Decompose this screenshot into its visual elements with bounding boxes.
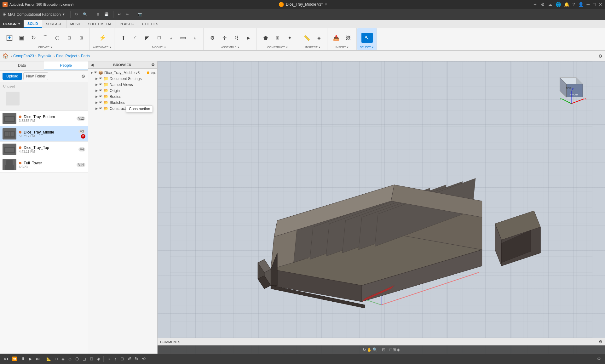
- file-item-full-tower[interactable]: Full_Tower 6/2/23 V14: [0, 157, 88, 173]
- tree-item-origin[interactable]: ▶ 👁 📂 Origin: [88, 88, 157, 94]
- minimize-button[interactable]: ─: [587, 2, 590, 7]
- playback-start-btn[interactable]: ⏮: [3, 356, 10, 362]
- sketch-btn-6[interactable]: ◻: [81, 356, 88, 362]
- eye-icon-named[interactable]: 👁: [99, 82, 103, 87]
- anim-btn-1[interactable]: ↔: [105, 356, 112, 362]
- insert-svg-btn[interactable]: 🖼: [343, 33, 354, 43]
- create-label[interactable]: CREATE ▼: [38, 46, 53, 49]
- midplane-btn[interactable]: ⊞: [272, 33, 283, 43]
- playback-play-btn[interactable]: ▶: [27, 356, 33, 362]
- revolve-btn[interactable]: ↻: [28, 33, 39, 43]
- panel-settings-gear[interactable]: ⚙: [81, 74, 85, 79]
- shell-btn[interactable]: □: [153, 33, 165, 43]
- tree-item-bodies[interactable]: ▶ 👁 📂 Bodies: [88, 94, 157, 100]
- add-tab-icon[interactable]: ＋: [533, 1, 538, 8]
- browser-settings-icon[interactable]: ⚙: [151, 63, 155, 67]
- tab-sheet-metal[interactable]: SHEET METAL: [84, 20, 116, 28]
- nav-display1[interactable]: □: [389, 347, 392, 352]
- redo-button[interactable]: ↪: [124, 10, 130, 19]
- rib-btn[interactable]: ⊟: [64, 33, 75, 43]
- sketch-btn-3[interactable]: ◈: [60, 356, 66, 362]
- nav-zoom-icon[interactable]: 🔍: [372, 347, 377, 352]
- anim-btn-6[interactable]: ⟲: [141, 356, 147, 362]
- tree-item-doc-settings[interactable]: ▶ 👁 📁 Document Settings: [88, 76, 157, 82]
- bc-parts[interactable]: Parts: [81, 54, 90, 58]
- interference-btn[interactable]: ◈: [313, 33, 325, 43]
- home-icon[interactable]: 🏠: [3, 53, 9, 59]
- draft-btn[interactable]: ⟁: [165, 33, 177, 43]
- combine-btn[interactable]: ⊎: [189, 33, 201, 43]
- tree-item-sketches[interactable]: ▶ 👁 📂 Sketches: [88, 100, 157, 105]
- refresh-button[interactable]: ↻: [73, 10, 80, 19]
- eye-icon-sketches[interactable]: 👁: [99, 100, 103, 105]
- tree-item-named-views[interactable]: ▶ 👁 📁 Named Views: [88, 82, 157, 88]
- anim-btn-2[interactable]: ↕: [113, 356, 118, 362]
- tab-data[interactable]: Data: [0, 61, 44, 70]
- playback-end-btn[interactable]: ⏭: [34, 356, 41, 362]
- motion-link-btn[interactable]: ⛓: [231, 33, 242, 43]
- bc-bryanxu[interactable]: BryanXu: [38, 54, 52, 58]
- inspect-label[interactable]: INSPECT ▼: [305, 46, 321, 49]
- tab-people[interactable]: People: [44, 61, 88, 70]
- construct-label[interactable]: CONSTRUCT ▼: [267, 46, 288, 49]
- cloud-icon[interactable]: ☁: [548, 2, 552, 7]
- upload-button[interactable]: Upload: [3, 73, 22, 80]
- network-icon[interactable]: 🌐: [556, 2, 561, 7]
- insert-label[interactable]: INSERT ▼: [336, 46, 349, 49]
- tree-item-construction[interactable]: ▶ 👁 📂 Construction Construction: [88, 105, 157, 111]
- measure-btn[interactable]: 📏: [301, 33, 313, 43]
- expand-arrow-root[interactable]: ▼: [89, 71, 94, 75]
- eye-icon-const[interactable]: 👁: [99, 106, 103, 111]
- search-button[interactable]: 🔍: [81, 10, 89, 19]
- select-btn[interactable]: ↖: [361, 33, 373, 43]
- tab-utilities[interactable]: UTILITIES: [138, 20, 162, 28]
- tab-plastic[interactable]: PLASTIC: [116, 20, 138, 28]
- fillet-btn[interactable]: ◜: [130, 33, 141, 43]
- nav-pan-icon[interactable]: ✋: [367, 347, 372, 352]
- sketch-btn-4[interactable]: ◇: [67, 356, 73, 362]
- eye-icon-root[interactable]: 👁: [94, 71, 98, 75]
- eye-icon-origin[interactable]: 👁: [99, 88, 103, 93]
- anim-btn-4[interactable]: ↺: [126, 356, 133, 362]
- offset-plane-btn[interactable]: ⬟: [260, 33, 271, 43]
- tab-mesh[interactable]: MESH: [66, 20, 84, 28]
- expand-arrow-sketches[interactable]: ▶: [95, 100, 99, 105]
- app-grid-icon[interactable]: ⊞: [3, 11, 7, 17]
- eye-icon-bodies[interactable]: 👁: [99, 94, 103, 99]
- tab-surface[interactable]: SURFACE: [42, 20, 66, 28]
- nav-fit-icon[interactable]: ⊡: [382, 347, 385, 352]
- sketch-btn-8[interactable]: ◈: [95, 356, 102, 362]
- new-component-btn[interactable]: [4, 33, 15, 43]
- select-label[interactable]: SELECT ▼: [360, 46, 374, 49]
- anim-btn-5[interactable]: ↻: [133, 356, 140, 362]
- playback-pause-btn[interactable]: ⏸: [19, 356, 26, 362]
- close-btn-root[interactable]: ✕: [151, 71, 153, 75]
- expand-arrow-named[interactable]: ▶: [95, 82, 99, 87]
- browser-back-icon[interactable]: ◀: [91, 63, 93, 67]
- comments-settings[interactable]: ⚙: [599, 339, 602, 344]
- file-item-dice-tray-bottom[interactable]: Dice_Tray_Bottom 3:33:56 PM V12: [0, 111, 88, 126]
- bc-final-project[interactable]: Final Project: [56, 54, 77, 58]
- drive-joints-btn[interactable]: ▶: [243, 33, 254, 43]
- tree-item-root[interactable]: ▼ 👁 📦 Dice_Tray_Middle v3 ✕ ▶: [88, 70, 157, 76]
- automate-label[interactable]: AUTOMATE ▼: [93, 46, 112, 49]
- sketch-btn-5[interactable]: ⬡: [74, 356, 80, 362]
- sweep-btn[interactable]: ⌒: [40, 33, 51, 43]
- joint-origin-btn[interactable]: ✛: [219, 33, 230, 43]
- nav-display2[interactable]: ⊞: [393, 347, 396, 352]
- camera-button[interactable]: 📷: [136, 10, 144, 19]
- web-btn[interactable]: ⊞: [76, 33, 87, 43]
- panel-settings-icon[interactable]: ⚙: [598, 54, 602, 59]
- user-icon[interactable]: 👤: [578, 2, 584, 7]
- insert-mesh-btn[interactable]: 📥: [331, 33, 342, 43]
- press-pull-btn[interactable]: ⬆: [118, 33, 129, 43]
- anim-btn-3[interactable]: ⊞: [119, 356, 125, 362]
- file-item-dice-tray-middle[interactable]: Dice_Tray_Middle 5:07:17 PM V3 B: [0, 126, 88, 142]
- settings-icon[interactable]: ⚙: [541, 2, 545, 7]
- expand-arrow-origin[interactable]: ▶: [95, 88, 99, 93]
- loft-btn[interactable]: ⬡: [52, 33, 63, 43]
- eye-icon-doc[interactable]: 👁: [99, 77, 103, 81]
- sketch-btn-7[interactable]: ⊡: [88, 356, 95, 362]
- help-icon[interactable]: ?: [573, 2, 575, 7]
- expand-arrow-doc[interactable]: ▶: [95, 77, 99, 81]
